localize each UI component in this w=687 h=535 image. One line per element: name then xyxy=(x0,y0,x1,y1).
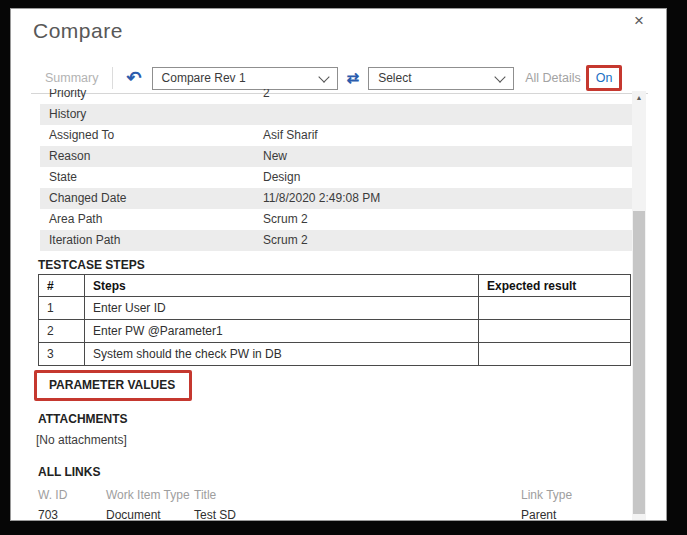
field-row-priority: Priority 2 xyxy=(40,89,636,104)
steps-header-row: # Steps Expected result xyxy=(39,275,631,297)
links-col-title: Title xyxy=(194,488,521,502)
field-value: Scrum 2 xyxy=(263,209,636,230)
field-value: 11/8/2020 2:49:08 PM xyxy=(263,188,636,209)
scrollbar-up-icon[interactable]: ▲ xyxy=(632,93,646,103)
field-label: Changed Date xyxy=(40,188,263,209)
field-row-history: History xyxy=(40,104,636,125)
link-id: 703 xyxy=(38,508,106,521)
compare-rev-dropdown-value: Compare Rev 1 xyxy=(162,71,246,85)
link-link-type: Parent xyxy=(521,508,633,521)
field-row-state: State Design xyxy=(40,167,636,188)
field-row-assigned-to: Assigned To Asif Sharif xyxy=(40,125,636,146)
step-num: 3 xyxy=(39,343,85,366)
chevron-down-icon xyxy=(494,71,505,82)
field-value: 2 xyxy=(263,89,636,104)
links-col-id: W. ID xyxy=(38,488,106,502)
table-row: 2 Enter PW @Parameter1 xyxy=(39,320,631,343)
field-label: Reason xyxy=(40,146,263,167)
all-details-label: All Details xyxy=(525,71,581,85)
toolbar-divider xyxy=(112,67,113,89)
testcase-steps-heading: TESTCASE STEPS xyxy=(38,258,145,272)
testcase-steps-table: # Steps Expected result 1 Enter User ID … xyxy=(38,274,631,366)
field-label: Area Path xyxy=(40,209,263,230)
select-rev-dropdown[interactable]: Select xyxy=(368,67,514,90)
field-value: Scrum 2 xyxy=(263,230,636,251)
field-value xyxy=(263,104,636,125)
vertical-scrollbar[interactable]: ▲ xyxy=(632,91,646,521)
field-row-changed-date: Changed Date 11/8/2020 2:49:08 PM xyxy=(40,188,636,209)
no-attachments-text: [No attachments] xyxy=(36,433,127,447)
step-expected xyxy=(479,343,631,366)
field-rows: Priority 2 History Assigned To Asif Shar… xyxy=(40,89,636,251)
summary-tab[interactable]: Summary xyxy=(45,71,98,85)
links-col-link-type: Link Type xyxy=(521,488,633,502)
undo-icon[interactable]: ↶ xyxy=(126,69,141,87)
swap-revisions-icon[interactable]: ⇄ xyxy=(347,69,360,87)
field-label: Iteration Path xyxy=(40,230,263,251)
links-col-type: Work Item Type xyxy=(106,488,194,502)
dialog-title: Compare xyxy=(33,19,123,43)
field-row-area-path: Area Path Scrum 2 xyxy=(40,209,636,230)
compare-rev-dropdown[interactable]: Compare Rev 1 xyxy=(152,67,338,90)
parameter-values-heading: PARAMETER VALUES xyxy=(49,378,175,392)
field-value: Design xyxy=(263,167,636,188)
all-details-toggle[interactable]: On xyxy=(586,65,623,91)
link-work-item-type: Document xyxy=(106,508,194,521)
field-row-iteration-path: Iteration Path Scrum 2 xyxy=(40,230,636,251)
step-text: Enter PW @Parameter1 xyxy=(85,320,479,343)
step-expected xyxy=(479,320,631,343)
select-rev-dropdown-value: Select xyxy=(378,71,411,85)
attachments-heading: ATTACHMENTS xyxy=(38,412,128,426)
step-text: Enter User ID xyxy=(85,297,479,320)
compare-dialog: Compare × Summary ↶ Compare Rev 1 ⇄ Sele… xyxy=(10,8,667,521)
field-label: Priority xyxy=(40,89,263,104)
step-expected xyxy=(479,297,631,320)
field-value: Asif Sharif xyxy=(263,125,636,146)
screenshot-root: { "dialog": { "title": "Compare", "close… xyxy=(0,0,687,535)
field-label: History xyxy=(40,104,263,125)
step-num: 1 xyxy=(39,297,85,320)
field-row-reason: Reason New xyxy=(40,146,636,167)
scrollbar-thumb[interactable] xyxy=(633,211,645,514)
all-links-heading: ALL LINKS xyxy=(38,465,100,479)
step-num: 2 xyxy=(39,320,85,343)
steps-col-expected: Expected result xyxy=(479,275,631,297)
table-row: 3 System should the check PW in DB xyxy=(39,343,631,366)
step-text: System should the check PW in DB xyxy=(85,343,479,366)
link-title: Test SD xyxy=(194,508,521,521)
steps-col-steps: Steps xyxy=(85,275,479,297)
table-row: 1 Enter User ID xyxy=(39,297,631,320)
parameter-values-heading-annotation: PARAMETER VALUES xyxy=(34,370,192,401)
chevron-down-icon xyxy=(318,71,329,82)
links-header-row: W. ID Work Item Type Title Link Type xyxy=(38,488,633,502)
table-row[interactable]: 703 Document Test SD Parent xyxy=(38,508,633,521)
field-value: New xyxy=(263,146,636,167)
field-label: Assigned To xyxy=(40,125,263,146)
close-icon[interactable]: × xyxy=(628,10,650,32)
field-label: State xyxy=(40,167,263,188)
steps-col-num: # xyxy=(39,275,85,297)
